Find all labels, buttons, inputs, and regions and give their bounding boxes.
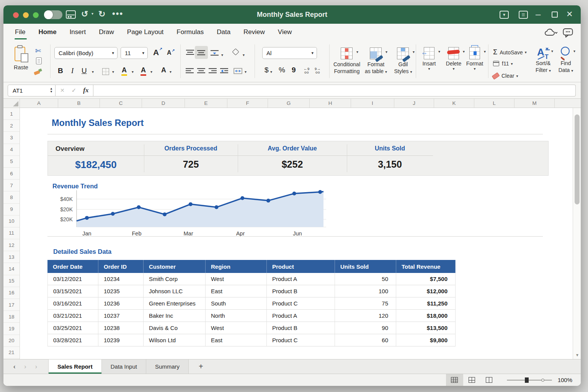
cell-styles-button[interactable]: ▾ GdilStyles ▾ (389, 47, 417, 75)
document-panel-icon[interactable]: ☰ (519, 11, 528, 19)
prev-sheet-icon[interactable]: ‹ (13, 363, 15, 370)
column-header-H[interactable]: H (310, 99, 351, 108)
normal-view-button[interactable] (446, 374, 463, 386)
format-painter-icon[interactable] (34, 68, 42, 75)
currency-icon[interactable]: $ (265, 66, 269, 74)
column-header-M[interactable]: M (514, 99, 555, 108)
fill-color-chevron-icon[interactable]: ▾ (132, 70, 134, 74)
fill-color-icon[interactable]: A (122, 67, 127, 74)
merge-chevron-icon[interactable]: ▾ (245, 70, 247, 74)
orientation-chevron-icon[interactable]: ▾ (243, 53, 245, 57)
borders-icon[interactable] (102, 68, 109, 75)
confirm-entry-icon[interactable]: ✓ (72, 87, 77, 94)
tab-draw[interactable]: Draw (92, 24, 121, 41)
font-size-select[interactable]: 11▾ (121, 47, 148, 59)
bold-icon[interactable]: B (58, 67, 63, 75)
name-box-stepper[interactable]: ▲▼ (50, 87, 53, 93)
page-layout-view-button[interactable] (463, 374, 480, 386)
column-header-J[interactable]: J (394, 99, 434, 108)
column-header-K[interactable]: K (434, 99, 474, 108)
column-header-F[interactable]: F (227, 99, 268, 108)
maximize-icon[interactable] (552, 11, 558, 18)
font-name-select[interactable]: Calibri (Body)▾ (54, 47, 118, 59)
zoom-slider-handle[interactable] (525, 377, 529, 383)
align-center-icon[interactable] (197, 68, 205, 74)
close-icon[interactable]: ✕ (566, 10, 573, 19)
select-all-corner[interactable] (3, 99, 20, 108)
column-header-I[interactable]: I (351, 99, 394, 108)
column-header-B[interactable]: B (58, 99, 100, 108)
tab-home[interactable]: Home (32, 24, 63, 41)
column-header-C[interactable]: C (100, 99, 142, 108)
align-middle-icon[interactable] (197, 49, 205, 56)
paste-button[interactable]: Raste (10, 45, 33, 70)
valign-chevron-icon[interactable]: ▾ (221, 53, 223, 57)
percent-icon[interactable]: % (279, 66, 285, 74)
underline-chevron-icon[interactable]: ▾ (92, 70, 94, 74)
minimize-icon[interactable]: – (536, 9, 541, 20)
increase-font-icon[interactable]: A↗ (153, 48, 159, 57)
tab-page-layout[interactable]: Page Layout (121, 24, 170, 41)
conditional-formatting-button[interactable]: ▾ ConditionalFormatting (332, 47, 362, 75)
align-bottom-icon[interactable] (211, 49, 219, 56)
decrease-decimal-icon[interactable]: 9→oo (315, 67, 321, 74)
add-sheet-button[interactable]: + (189, 359, 213, 374)
underline-icon[interactable]: U (82, 67, 87, 75)
comma-style-icon[interactable]: 9 (292, 66, 296, 74)
tab-insert[interactable]: Insert (63, 24, 93, 41)
comments-icon[interactable] (563, 28, 573, 38)
format-as-table-button[interactable]: ▾ Formatas table ▾ (361, 47, 390, 75)
autosum-button[interactable]: ΣAutoSave▾ (493, 48, 527, 56)
fill-button[interactable]: f11▾ (493, 60, 513, 67)
name-box[interactable]: AT1▲▼ (8, 85, 56, 96)
delete-cells-button[interactable]: ▾ Delete ▾ (444, 47, 464, 71)
tab-review[interactable]: Review (237, 24, 271, 41)
borders-chevron-icon[interactable]: ▾ (112, 70, 114, 74)
decrease-font-icon[interactable]: A↗ (167, 49, 172, 56)
insert-cells-button[interactable]: ⇔▾ Insart ▾ (419, 47, 439, 71)
clear-button[interactable]: Clear▾ (492, 73, 518, 79)
text-style-chevron-icon[interactable]: ▾ (170, 70, 172, 74)
column-header-A[interactable]: A (20, 99, 58, 108)
next-sheet-icon[interactable]: › (24, 363, 26, 370)
column-header-L[interactable]: L (474, 99, 514, 108)
tab-sales-report[interactable]: Sales Report (48, 359, 102, 374)
align-top-icon[interactable] (186, 49, 194, 56)
vertical-scrollbar[interactable]: ▼ (573, 108, 581, 359)
align-right-icon[interactable] (209, 68, 217, 74)
insert-function-icon[interactable]: fx (83, 87, 88, 94)
scroll-down-icon[interactable]: ▼ (575, 353, 579, 357)
tab-data-input[interactable]: Data Input (102, 359, 146, 374)
indent-icon[interactable] (220, 68, 228, 74)
column-header-D[interactable]: D (142, 99, 185, 108)
tab-file[interactable]: File (12, 24, 32, 41)
tab-formulas[interactable]: Formulas (170, 24, 210, 41)
formula-input[interactable] (93, 85, 576, 96)
column-header-G[interactable]: G (268, 99, 310, 108)
align-left-icon[interactable] (186, 68, 194, 74)
copy-icon[interactable] (36, 57, 42, 64)
scrollbar-thumb[interactable] (575, 114, 580, 204)
text-style-icon[interactable]: A (161, 67, 166, 74)
find-select-button[interactable]: ▾ FindData ▾ (556, 46, 576, 74)
italic-icon[interactable]: I (71, 67, 74, 75)
last-sheet-icon[interactable]: › (35, 363, 37, 370)
tab-summary[interactable]: Summary (146, 359, 189, 374)
column-header-E[interactable]: E (185, 99, 227, 108)
tab-data[interactable]: Data (210, 24, 237, 41)
page-break-view-button[interactable] (480, 374, 498, 386)
font-color-chevron-icon[interactable]: ▾ (150, 70, 152, 74)
cut-icon[interactable]: ✄ (35, 47, 41, 55)
format-cells-button[interactable]: ▾ Format ▾ (465, 47, 485, 71)
currency-chevron-icon[interactable]: ▾ (270, 70, 272, 74)
tab-view[interactable]: View (271, 24, 299, 41)
number-format-select[interactable]: Al▾ (262, 47, 317, 59)
increase-decimal-icon[interactable]: ←9oo (304, 67, 310, 74)
font-color-icon[interactable]: A (141, 67, 146, 74)
orientation-icon[interactable] (232, 48, 240, 56)
sort-filter-button[interactable]: AT ▾ Sort/&Filter ▾ (533, 46, 554, 74)
cancel-entry-icon[interactable]: ✕ (60, 87, 65, 93)
merge-center-icon[interactable] (234, 68, 242, 74)
cloud-share-icon[interactable] (544, 28, 557, 37)
zoom-slider[interactable] (507, 374, 552, 386)
